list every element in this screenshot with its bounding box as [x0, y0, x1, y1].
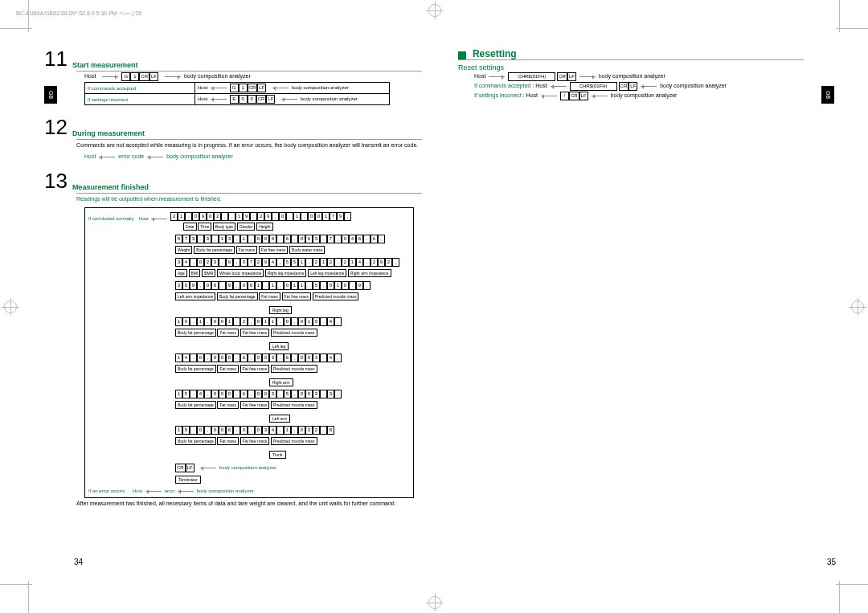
- crop-mark: [0, 28, 32, 29]
- page-right: Resetting Reset settings Host CHR$(01FH)…: [458, 48, 844, 101]
- crop-mark: [836, 584, 868, 585]
- error-line: Host error code body composition analyze…: [84, 153, 430, 159]
- section-number: 11: [44, 48, 68, 69]
- registration-mark-icon: [851, 300, 864, 313]
- section-outro: After measurement has finished, all nece…: [76, 500, 430, 507]
- registration-mark-icon: [428, 596, 441, 609]
- data-output-box: If concluded normally Host 21,0902,,19:2…: [84, 207, 414, 498]
- reset-subtitle: Reset settings: [458, 63, 804, 72]
- section-number: 13: [44, 170, 68, 191]
- host-command-line: Host G1CRLF body composition analyzer: [84, 72, 430, 81]
- section-12: 12 During measurement Commands are not a…: [44, 116, 430, 159]
- response-table: If commands accepted Host G1CRLF body co…: [84, 82, 390, 105]
- section-number: 12: [44, 116, 68, 137]
- crop-mark: [839, 0, 840, 32]
- section-intro: Readings will be outputted when measurem…: [76, 195, 430, 202]
- resetting-heading: Resetting: [458, 48, 844, 59]
- crop-mark: [839, 581, 840, 613]
- registration-mark-icon: [428, 4, 441, 17]
- page-number-left: 34: [74, 558, 83, 566]
- section-13: 13 Measurement finished Readings will be…: [44, 170, 430, 507]
- section-title: Measurement finished: [72, 183, 149, 191]
- section-title: During measurement: [72, 129, 145, 137]
- crop-mark: [28, 581, 29, 613]
- page-left: 11 Start measurement Host G1CRLF body co…: [44, 48, 430, 512]
- print-header: BC-418MA/GB02.08.09* 02.8.9 5:36 PM ページ3…: [16, 10, 141, 18]
- section-text: Commands are not accepted while measurin…: [76, 141, 430, 149]
- section-title: Start measurement: [72, 61, 138, 69]
- section-11: 11 Start measurement Host G1CRLF body co…: [44, 48, 430, 105]
- crop-mark: [0, 584, 32, 585]
- crop-mark: [836, 28, 868, 29]
- page-number-right: 35: [827, 558, 836, 566]
- registration-mark-icon: [4, 300, 17, 313]
